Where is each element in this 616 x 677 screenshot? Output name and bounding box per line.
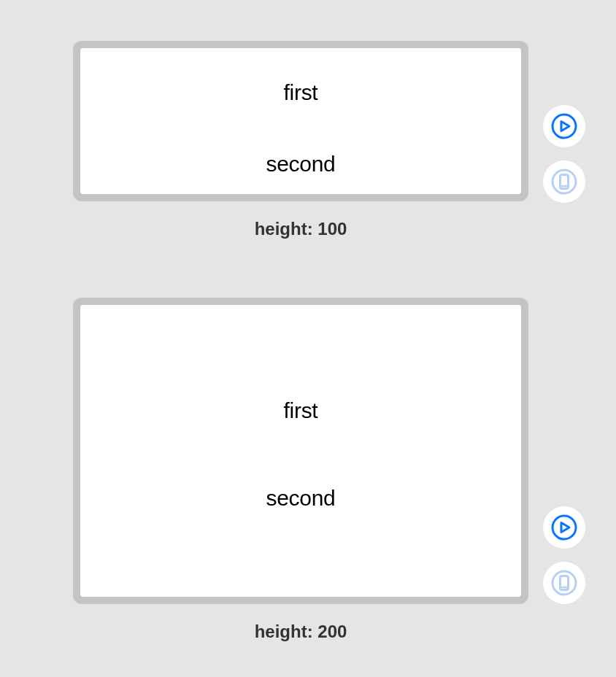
play-button[interactable] — [543, 105, 585, 147]
preview-frame: first second — [73, 41, 528, 201]
preview-caption: height: 100 — [73, 219, 528, 239]
preview-frame: first second — [73, 298, 528, 604]
preview-canvas: first second — [80, 305, 521, 597]
svg-point-5 — [553, 571, 576, 595]
preview-text-first: first — [284, 398, 318, 423]
svg-point-1 — [553, 170, 576, 193]
page-root: first second height: 100 — [0, 0, 616, 642]
svg-point-0 — [553, 115, 576, 138]
preview-block-2: first second height: 200 — [73, 298, 543, 642]
preview-block-1: first second height: 100 — [73, 41, 543, 239]
preview-text-second: second — [266, 152, 336, 177]
device-preview-button[interactable] — [543, 562, 585, 604]
preview-text-first: first — [284, 80, 318, 105]
preview-canvas: first second — [80, 48, 521, 194]
play-button[interactable] — [543, 506, 585, 549]
device-icon — [550, 167, 579, 196]
device-preview-button[interactable] — [543, 160, 585, 203]
preview-text-second: second — [266, 486, 336, 511]
play-icon — [550, 112, 579, 141]
svg-point-4 — [553, 516, 576, 539]
device-icon — [550, 568, 579, 597]
play-icon — [550, 513, 579, 542]
preview-toolbar — [543, 506, 585, 604]
preview-toolbar — [543, 105, 585, 203]
preview-caption: height: 200 — [73, 622, 528, 642]
